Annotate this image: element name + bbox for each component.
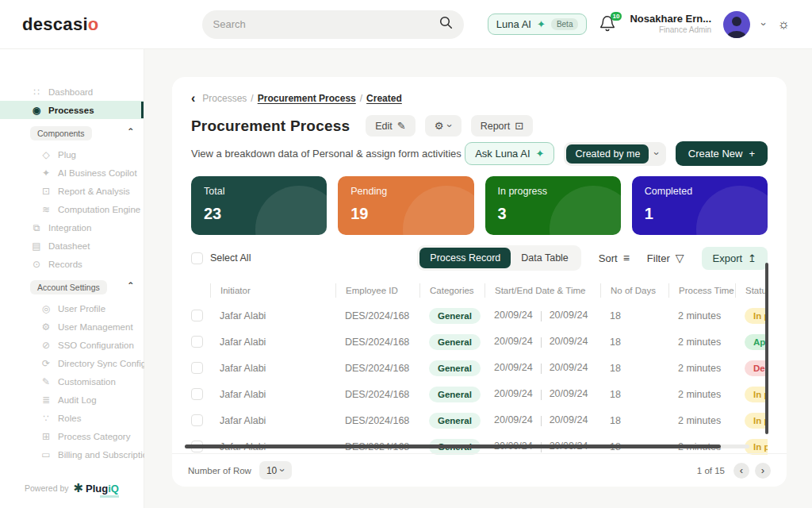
sidebar-item-label: Dashboard — [48, 87, 93, 97]
stat-value: 3 — [498, 205, 608, 223]
next-page-button[interactable]: › — [755, 463, 771, 479]
row-checkbox[interactable] — [191, 336, 203, 348]
row-checkbox[interactable] — [191, 388, 203, 400]
sidebar-item-customisation[interactable]: ✎ Customisation — [0, 372, 144, 391]
search-icon[interactable] — [439, 16, 453, 33]
sidebar-item-billing-and-subscription[interactable]: ▭ Billing and Subscription — [0, 445, 144, 464]
view-toggle-button-data-table[interactable]: Data Table — [511, 248, 579, 268]
sort-button[interactable]: Sort ≡ — [599, 252, 630, 264]
horizontal-scrollbar-thumb[interactable] — [185, 444, 721, 448]
stat-card-pending: Pending 19 — [338, 176, 473, 235]
sidebar-item-label: Roles — [58, 414, 81, 423]
created-by-dropdown[interactable]: Created by me › — [564, 142, 665, 166]
bell-icon — [599, 21, 616, 35]
sidebar-item-components[interactable]: Components ˆ — [0, 124, 144, 142]
rows-per-page-dropdown[interactable]: 10 › — [259, 461, 292, 479]
vertical-scrollbar[interactable] — [765, 263, 768, 434]
main-area: ‹ Processes / Procurement Process / Crea… — [144, 49, 812, 508]
notifications-button[interactable]: 10 — [599, 15, 618, 34]
section-collapse-icon[interactable]: ˆ — [128, 285, 132, 290]
sidebar-item-audit-log[interactable]: ≣ Audit Log — [0, 391, 144, 409]
avatar[interactable] — [723, 11, 750, 38]
create-new-button[interactable]: Create New + — [676, 141, 768, 166]
start-date: 20/09/24 — [494, 336, 533, 347]
sidebar-item-process-category[interactable]: ⊞ Process Category — [0, 427, 144, 445]
cell-category: General — [419, 308, 485, 324]
sidebar-item-icon: ∵ — [40, 413, 52, 424]
sidebar-item-icon: ✎ — [40, 376, 52, 387]
section-collapse-icon[interactable]: ˆ — [128, 131, 132, 136]
sidebar-item-plug[interactable]: ◇ Plug — [0, 145, 144, 164]
cell-dates: 20/09/2420/09/24 — [485, 414, 600, 425]
cell-employee-id: DES/2024/168 — [335, 415, 419, 426]
col-status: Status — [735, 283, 768, 298]
prev-page-button[interactable]: ‹ — [733, 463, 749, 479]
chevron-down-icon: › — [444, 124, 456, 127]
sidebar-item-ai-business-copilot[interactable]: ✦ AI Business Copilot — [0, 164, 144, 182]
back-chevron-icon[interactable]: ‹ — [191, 91, 195, 106]
sidebar-item-roles[interactable]: ∵ Roles — [0, 409, 144, 427]
sidebar-item-integration[interactable]: ⧉ Integration — [0, 218, 144, 237]
view-toggle-button-process-record[interactable]: Process Record — [419, 248, 511, 268]
cell-days: 18 — [600, 415, 668, 426]
cell-category: General — [419, 334, 485, 350]
sidebar-item-directory-sync-config[interactable]: ⟳ Directory Sync Config. — [0, 354, 144, 372]
theme-toggle-icon[interactable]: ☼ — [777, 17, 790, 33]
date-divider — [541, 364, 542, 374]
table-footer: Number of Row 10 › 1 of 15 ‹ › — [172, 453, 787, 487]
edit-button[interactable]: Edit ✎ — [366, 115, 415, 137]
report-button[interactable]: Report ⊡ — [471, 115, 533, 137]
sidebar-item-icon: ⟳ — [40, 358, 52, 369]
sidebar-item-label: AI Business Copilot — [58, 168, 137, 178]
sidebar-item-user-management[interactable]: ⚙ User Management — [0, 318, 144, 336]
sidebar-item-datasheet[interactable]: ▤ Datasheet — [0, 237, 144, 255]
ask-luna-ai-button[interactable]: Ask Luna AI ✦ — [465, 142, 554, 165]
created-by-label: Created by me — [566, 144, 649, 164]
cell-initiator: Jafar Alabi — [210, 310, 335, 321]
sidebar-item-report-analysis[interactable]: ⊡ Report & Analysis — [0, 182, 144, 200]
sort-lines-icon: ≡ — [623, 252, 630, 264]
category-badge: General — [429, 413, 481, 429]
sidebar-item-icon: ⊘ — [40, 340, 52, 351]
category-badge: General — [429, 387, 481, 402]
sidebar-item-processes[interactable]: ◉ Processes — [0, 101, 144, 119]
export-label: Export — [713, 252, 743, 264]
sidebar-item-sso-configuration[interactable]: ⊘ SSO Configuration — [0, 336, 144, 354]
select-all: Select All — [191, 252, 251, 264]
filter-button[interactable]: Filter ▽ — [647, 252, 684, 264]
sidebar-item-records[interactable]: ⊙ Records — [0, 255, 144, 273]
table-row[interactable]: Jafar Alabi DES/2024/168 General 20/09/2… — [191, 329, 768, 355]
sidebar-item-dashboard[interactable]: ∷ Dashboard — [0, 83, 144, 101]
sidebar-item-user-profile[interactable]: ◎ User Profile — [0, 299, 144, 318]
search-input[interactable] — [213, 18, 439, 30]
row-checkbox[interactable] — [191, 414, 203, 426]
table-row[interactable]: Jafar Alabi DES/2024/168 General 20/09/2… — [191, 355, 768, 381]
horizontal-scrollbar-track[interactable] — [185, 444, 749, 448]
edit-pencil-icon: ✎ — [397, 120, 406, 132]
table-row[interactable]: Jafar Alabi DES/2024/168 General 20/09/2… — [191, 381, 768, 407]
plugiq-logo: ✱ PlugiQ — [73, 481, 118, 495]
luna-ai-button[interactable]: Luna AI ✦ Beta — [488, 13, 588, 35]
sidebar-item-computation-engine[interactable]: ≋ Computation Engine — [0, 200, 144, 218]
export-button[interactable]: Export ↥ — [702, 247, 768, 270]
settings-dropdown-button[interactable]: ⚙ › — [425, 115, 462, 137]
select-all-label: Select All — [210, 252, 251, 264]
col-initiator: Initiator — [210, 283, 335, 298]
filter-label: Filter — [647, 252, 670, 264]
col-no-of-days: No of Days — [600, 283, 668, 298]
cell-category: General — [419, 413, 485, 429]
row-checkbox[interactable] — [191, 362, 203, 374]
user-menu-chevron-icon[interactable]: › — [758, 22, 770, 25]
table-row[interactable]: Jafar Alabi DES/2024/168 General 20/09/2… — [191, 302, 768, 329]
breadcrumb-parent[interactable]: Procurement Process — [258, 93, 356, 104]
user-name: Nosakhare Ern... — [630, 13, 711, 25]
breadcrumb-current[interactable]: Created — [366, 93, 402, 104]
sidebar-item-account-settings[interactable]: Account Settings ˆ — [0, 278, 144, 296]
breadcrumb-root[interactable]: Processes — [202, 93, 247, 104]
table-row[interactable]: Jafar Alabi DES/2024/168 General 20/09/2… — [191, 407, 768, 433]
plugiq-name-main: Plug — [86, 483, 108, 495]
row-checkbox[interactable] — [191, 310, 203, 321]
cell-initiator: Jafar Alabi — [210, 389, 335, 400]
select-all-checkbox[interactable] — [191, 252, 203, 264]
sidebar-item-label: User Profile — [58, 304, 105, 314]
